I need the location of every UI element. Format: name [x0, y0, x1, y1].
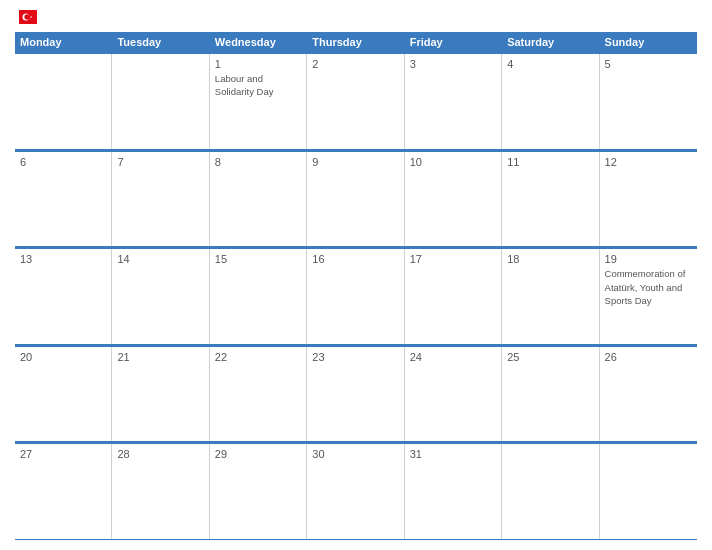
day-number: 29	[215, 448, 301, 460]
page: MondayTuesdayWednesdayThursdayFridaySatu…	[0, 0, 712, 550]
calendar-header: MondayTuesdayWednesdayThursdayFridaySatu…	[15, 32, 697, 52]
calendar-cell: 12	[600, 152, 697, 247]
flag-icon	[19, 10, 37, 24]
day-number: 23	[312, 351, 398, 363]
calendar-row: 2728293031	[15, 442, 697, 540]
day-number: 8	[215, 156, 301, 168]
calendar-cell: 14	[112, 249, 209, 344]
day-number: 16	[312, 253, 398, 265]
calendar-cell: 22	[210, 347, 307, 442]
calendar-cell: 10	[405, 152, 502, 247]
calendar-cell: 8	[210, 152, 307, 247]
day-number: 28	[117, 448, 203, 460]
day-number: 21	[117, 351, 203, 363]
day-of-week-header: Saturday	[502, 32, 599, 52]
calendar-cell: 28	[112, 444, 209, 539]
calendar-cell: 2	[307, 54, 404, 149]
calendar-cell: 21	[112, 347, 209, 442]
calendar-cell: 15	[210, 249, 307, 344]
calendar-row: 1Labour and Solidarity Day2345	[15, 52, 697, 150]
event-label: Commemoration of Atatürk, Youth and Spor…	[605, 268, 686, 306]
day-number: 1	[215, 58, 301, 70]
day-number: 30	[312, 448, 398, 460]
day-of-week-header: Sunday	[600, 32, 697, 52]
day-of-week-header: Wednesday	[210, 32, 307, 52]
day-number: 18	[507, 253, 593, 265]
calendar-cell	[15, 54, 112, 149]
calendar-cell	[112, 54, 209, 149]
calendar-cell: 16	[307, 249, 404, 344]
calendar-cell: 1Labour and Solidarity Day	[210, 54, 307, 149]
calendar-cell: 30	[307, 444, 404, 539]
day-number: 27	[20, 448, 106, 460]
day-number: 6	[20, 156, 106, 168]
calendar-cell	[600, 444, 697, 539]
calendar-cell: 31	[405, 444, 502, 539]
day-number: 3	[410, 58, 496, 70]
day-number: 4	[507, 58, 593, 70]
calendar-cell: 7	[112, 152, 209, 247]
day-number: 17	[410, 253, 496, 265]
day-number: 31	[410, 448, 496, 460]
calendar-row: 20212223242526	[15, 345, 697, 443]
day-number: 25	[507, 351, 593, 363]
calendar-cell: 20	[15, 347, 112, 442]
day-number: 7	[117, 156, 203, 168]
day-number: 14	[117, 253, 203, 265]
calendar-cell: 25	[502, 347, 599, 442]
day-number: 19	[605, 253, 692, 265]
day-number: 5	[605, 58, 692, 70]
day-number: 11	[507, 156, 593, 168]
calendar-cell: 23	[307, 347, 404, 442]
day-of-week-header: Friday	[405, 32, 502, 52]
calendar-cell: 13	[15, 249, 112, 344]
header	[15, 10, 697, 24]
day-number: 12	[605, 156, 692, 168]
calendar-cell: 24	[405, 347, 502, 442]
calendar-cell: 9	[307, 152, 404, 247]
calendar-cell: 26	[600, 347, 697, 442]
day-number: 9	[312, 156, 398, 168]
day-number: 20	[20, 351, 106, 363]
logo	[15, 10, 37, 24]
calendar-cell: 5	[600, 54, 697, 149]
calendar-cell: 29	[210, 444, 307, 539]
calendar-cell: 6	[15, 152, 112, 247]
day-of-week-header: Thursday	[307, 32, 404, 52]
day-number: 15	[215, 253, 301, 265]
event-label: Labour and Solidarity Day	[215, 73, 274, 97]
calendar-cell	[502, 444, 599, 539]
calendar-cell: 27	[15, 444, 112, 539]
day-of-week-header: Monday	[15, 32, 112, 52]
calendar-cell: 18	[502, 249, 599, 344]
day-number: 10	[410, 156, 496, 168]
calendar-cell: 11	[502, 152, 599, 247]
day-number: 26	[605, 351, 692, 363]
day-number: 24	[410, 351, 496, 363]
calendar-cell: 4	[502, 54, 599, 149]
svg-point-2	[24, 14, 30, 20]
day-number: 13	[20, 253, 106, 265]
calendar-cell: 17	[405, 249, 502, 344]
calendar-row: 6789101112	[15, 150, 697, 248]
day-number: 22	[215, 351, 301, 363]
calendar: MondayTuesdayWednesdayThursdayFridaySatu…	[15, 32, 697, 540]
calendar-row: 13141516171819Commemoration of Atatürk, …	[15, 247, 697, 345]
calendar-body: 1Labour and Solidarity Day23456789101112…	[15, 52, 697, 540]
day-number: 2	[312, 58, 398, 70]
calendar-cell: 3	[405, 54, 502, 149]
day-of-week-header: Tuesday	[112, 32, 209, 52]
calendar-cell: 19Commemoration of Atatürk, Youth and Sp…	[600, 249, 697, 344]
